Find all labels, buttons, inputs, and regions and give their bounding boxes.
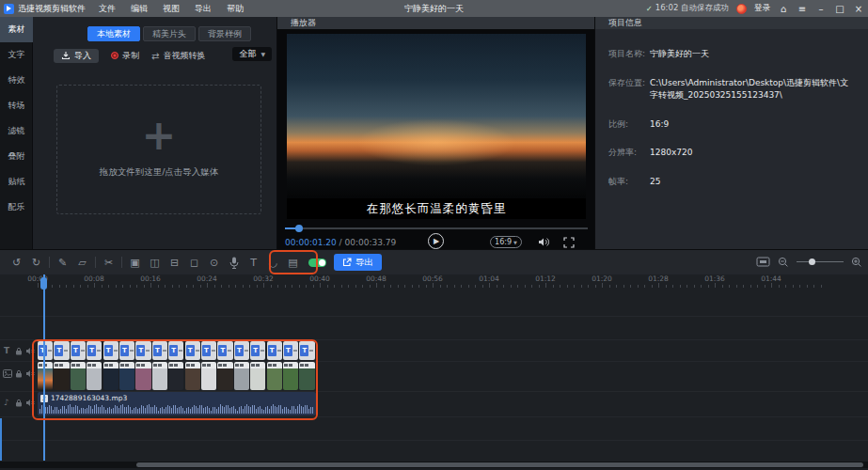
delete-icon[interactable]: ⊟ <box>165 257 184 269</box>
minimize-button[interactable]: – <box>815 4 827 14</box>
fullscreen-icon[interactable] <box>563 237 575 248</box>
seek-bar[interactable] <box>285 225 588 232</box>
video-clip[interactable] <box>201 362 216 390</box>
undo-icon[interactable]: ↺ <box>7 257 26 269</box>
video-clip[interactable] <box>54 362 69 390</box>
menu-帮助[interactable]: 帮助 <box>227 4 244 13</box>
text-clip[interactable]: T <box>250 341 265 360</box>
sidebar-item-叠附[interactable]: 叠附 <box>0 144 33 169</box>
video-clip[interactable] <box>299 362 314 390</box>
zoom-out-icon[interactable] <box>778 257 789 268</box>
text-clip[interactable]: T <box>267 341 282 360</box>
sidebar-item-素材[interactable]: 素材 <box>0 17 33 42</box>
text-clip[interactable]: T <box>71 341 86 360</box>
zoom-slider-knob[interactable] <box>809 258 815 265</box>
avatar[interactable] <box>736 4 747 14</box>
filter-dropdown[interactable]: 全部 ▼ <box>232 47 272 61</box>
fit-timeline-icon[interactable] <box>756 257 770 267</box>
video-clip-thumbnail <box>54 368 69 390</box>
convert-button[interactable]: ⇄ 音视频转换 <box>151 50 205 62</box>
video-clip[interactable] <box>185 362 200 390</box>
redo-icon[interactable]: ↻ <box>26 257 46 269</box>
video-clip-header <box>267 362 282 368</box>
text-clip[interactable]: T <box>103 341 118 360</box>
video-preview[interactable]: 在那悠长而温柔的黄昏里 <box>287 34 586 219</box>
video-clip[interactable] <box>135 362 150 390</box>
text-clip[interactable]: T <box>299 341 314 360</box>
text-clip[interactable]: T <box>38 341 53 360</box>
home-icon[interactable]: ⌂ <box>778 4 789 14</box>
text-clip[interactable]: T <box>119 341 134 360</box>
play-button[interactable]: ▶ <box>428 233 444 249</box>
video-clip[interactable] <box>217 362 232 390</box>
tab-精美片头[interactable]: 精美片头 <box>143 26 196 41</box>
video-clip[interactable] <box>103 362 118 390</box>
sidebar-item-贴纸[interactable]: 贴纸 <box>0 169 33 195</box>
mirror-icon[interactable]: ◫ <box>145 257 165 269</box>
sidebar-item-配乐[interactable]: 配乐 <box>0 195 33 220</box>
menu-视图[interactable]: 视图 <box>163 4 180 13</box>
text-clip-label <box>114 350 118 352</box>
video-clip[interactable] <box>71 362 86 390</box>
pip-icon[interactable]: ▤ <box>283 257 303 269</box>
video-clip[interactable] <box>168 362 183 390</box>
video-clip[interactable] <box>283 362 298 390</box>
audio-clip-filename: 1742889163043.mp3 <box>51 394 127 402</box>
mark-icon[interactable]: ◡ <box>263 257 283 269</box>
volume-icon[interactable] <box>538 237 550 247</box>
subtitle-icon[interactable]: T <box>244 257 263 269</box>
sidebar-item-文字[interactable]: 文字 <box>0 42 33 68</box>
text-clip[interactable]: T <box>185 341 200 360</box>
video-clip-header <box>168 362 183 368</box>
menu-文件[interactable]: 文件 <box>99 4 116 13</box>
video-clip[interactable] <box>152 362 167 390</box>
scrollbar-thumb[interactable] <box>136 462 863 467</box>
duplicate-icon[interactable]: ▱ <box>72 257 92 269</box>
auto-ripple-toggle[interactable] <box>308 258 326 267</box>
zoom-in-icon[interactable] <box>851 257 862 268</box>
seek-knob[interactable] <box>295 225 303 232</box>
text-clip[interactable]: T <box>54 341 69 360</box>
video-clip-thumbnail <box>250 368 265 390</box>
user-label[interactable]: 登录 <box>754 3 770 14</box>
text-clip[interactable]: T <box>234 341 249 360</box>
horizontal-scrollbar[interactable] <box>0 462 868 468</box>
text-clip[interactable]: T <box>168 341 183 360</box>
close-button[interactable]: × <box>853 4 864 14</box>
video-clip[interactable] <box>38 362 53 390</box>
speed-icon[interactable]: ⊙ <box>204 257 224 269</box>
tab-背景样例[interactable]: 背景样例 <box>198 26 251 41</box>
video-clip[interactable] <box>87 362 102 390</box>
sidebar-item-转场[interactable]: 转场 <box>0 93 33 118</box>
record-button[interactable]: 录制 <box>111 50 139 62</box>
video-clip[interactable] <box>267 362 282 390</box>
text-clip[interactable]: T <box>152 341 167 360</box>
menu-导出[interactable]: 导出 <box>195 4 212 13</box>
text-clip[interactable]: T <box>283 341 298 360</box>
export-button[interactable]: 导出 <box>334 254 382 271</box>
timeline-zoom-slider[interactable] <box>797 258 844 266</box>
aspect-ratio-dropdown[interactable]: 16:9 ▼ <box>490 236 522 248</box>
text-clip[interactable]: T <box>135 341 150 360</box>
crop-icon[interactable]: ▣ <box>125 257 145 269</box>
freeze-icon[interactable]: ◻ <box>184 257 204 269</box>
hamburger-menu-icon[interactable]: ≡ <box>797 4 808 14</box>
text-clip[interactable]: T <box>87 341 102 360</box>
video-clip[interactable] <box>234 362 249 390</box>
menu-编辑[interactable]: 编辑 <box>131 4 148 13</box>
sidebar-item-滤镜[interactable]: 滤镜 <box>0 118 33 144</box>
audio-clip[interactable]: ♪ 1742889163043.mp3 <box>38 392 316 415</box>
text-clip[interactable]: T <box>217 341 232 360</box>
video-clip[interactable] <box>250 362 265 390</box>
import-button[interactable]: 导入 <box>54 49 99 63</box>
split-icon[interactable]: ✂ <box>99 257 118 269</box>
sidebar-item-特效[interactable]: 特效 <box>0 68 33 93</box>
playhead-handle[interactable] <box>40 277 47 290</box>
maximize-button[interactable]: □ <box>834 4 845 14</box>
edit-icon[interactable]: ✎ <box>53 257 72 269</box>
video-clip[interactable] <box>119 362 134 390</box>
tab-本地素材[interactable]: 本地素材 <box>87 26 140 41</box>
text-clip[interactable]: T <box>201 341 216 360</box>
media-dropzone[interactable]: + 拖放文件到这里/点击导入媒体 <box>56 85 261 214</box>
mic-icon[interactable] <box>224 257 244 269</box>
